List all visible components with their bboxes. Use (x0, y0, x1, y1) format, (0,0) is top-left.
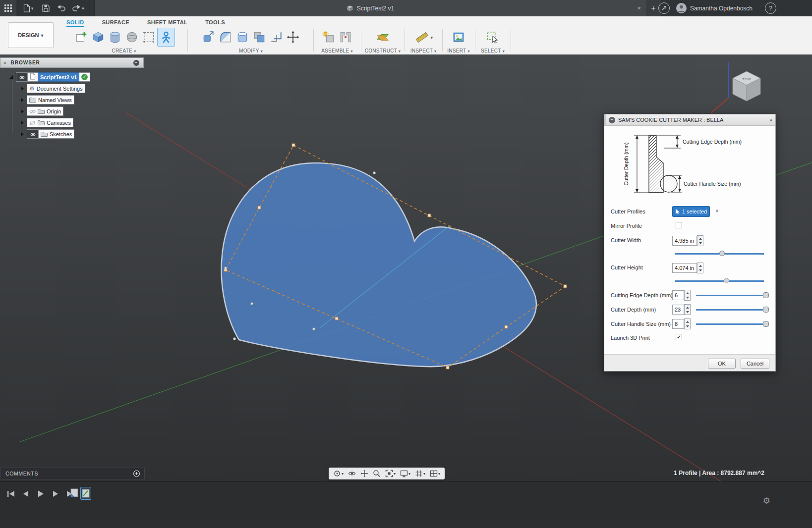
cutter-width-input[interactable]: 4.985 in (672, 236, 697, 246)
tab-close-button[interactable]: × (637, 0, 641, 16)
viewports-button[interactable]: ▾ (428, 468, 442, 479)
tab-solid[interactable]: SOLID (66, 19, 84, 27)
cutting-edge-depth-slider[interactable] (696, 292, 768, 298)
cutter-width-stepper[interactable] (697, 235, 703, 246)
select-menu[interactable]: SELECT ▾ (476, 48, 510, 53)
drag-grip[interactable] (604, 114, 606, 125)
display-settings-button[interactable]: ▾ (399, 468, 412, 479)
cutter-depth-stepper[interactable] (684, 304, 691, 315)
browser-row-sketches[interactable]: Sketches (21, 129, 74, 139)
file-menu-button[interactable]: ▾ (20, 0, 36, 16)
play-button[interactable] (36, 489, 46, 499)
zoom-button[interactable] (371, 468, 382, 479)
browser-row-origin[interactable]: Origin (21, 106, 63, 116)
browser-row-named-views[interactable]: Named Views (21, 95, 74, 105)
move-copy-button[interactable] (285, 28, 301, 46)
cylinder-button[interactable] (107, 28, 123, 46)
cutter-profiles-selection-button[interactable]: 1 selected (672, 206, 710, 217)
joint-button[interactable] (337, 28, 354, 46)
view-cube[interactable]: TOP (711, 62, 760, 113)
modify-menu[interactable]: MODIFY ▾ (189, 48, 312, 53)
collapse-panel-icon[interactable]: « (3, 60, 7, 65)
timeline-feature-sketch[interactable] (69, 487, 79, 499)
construct-menu[interactable]: CONSTRUCT ▾ (362, 48, 404, 53)
expander-icon[interactable] (21, 109, 24, 113)
combine-button[interactable] (251, 28, 268, 46)
expander-icon[interactable] (21, 87, 24, 91)
fit-button[interactable]: ▾ (384, 468, 397, 479)
cancel-button[interactable]: Cancel (741, 359, 769, 369)
launch-3d-print-checkbox[interactable]: ✓ (676, 334, 682, 340)
design-dropdown[interactable]: DESIGN ▾ (8, 22, 54, 48)
comments-bar[interactable]: COMMENTS (0, 468, 145, 479)
grid-settings-button[interactable]: ▾ (413, 468, 427, 479)
form-button[interactable] (140, 28, 157, 46)
browser-hide-button[interactable]: − (133, 60, 139, 66)
expander-icon[interactable] (21, 132, 24, 136)
cutter-height-slider[interactable] (675, 278, 764, 284)
cutter-handle-size-stepper[interactable] (684, 318, 691, 329)
offset-plane-button[interactable] (374, 28, 391, 46)
tab-sheet-metal[interactable]: SHEET METAL (147, 19, 187, 27)
assemble-menu[interactable]: ASSEMBLE ▾ (314, 48, 360, 53)
cutter-handle-size-input[interactable]: 8 (672, 319, 684, 329)
dialog-titlebar[interactable]: − SAM'S COOKIE CUTTER MAKER : BELLA » (604, 114, 775, 126)
cutter-handle-size-slider[interactable] (696, 321, 768, 327)
save-button[interactable] (39, 0, 52, 16)
clear-selection-button[interactable]: × (715, 208, 719, 214)
cutter-height-input[interactable]: 4.074 in (672, 263, 697, 273)
cutter-depth-slider[interactable] (696, 307, 768, 313)
offset-face-button[interactable] (268, 28, 285, 46)
create-sketch-button[interactable] (73, 28, 90, 46)
browser-row-canvases[interactable]: Canvases (21, 118, 73, 127)
ok-button[interactable]: OK (708, 359, 736, 369)
app-grid-button[interactable] (0, 0, 16, 16)
sphere-button[interactable] (123, 28, 140, 46)
cutter-height-stepper[interactable] (697, 263, 703, 273)
eye-icon[interactable] (19, 73, 25, 82)
expander-icon[interactable] (21, 121, 24, 125)
insert-menu[interactable]: INSERT ▾ (443, 48, 474, 53)
cutting-edge-depth-input[interactable]: 6 (672, 290, 684, 300)
browser-row-document-settings[interactable]: ⚙ Document Settings (21, 84, 85, 93)
box-button[interactable] (90, 28, 107, 46)
browser-header[interactable]: « BROWSER − (0, 57, 144, 68)
dialog-collapse-icon[interactable]: − (609, 117, 615, 123)
avatar[interactable] (674, 0, 688, 16)
create-menu[interactable]: CREATE ▾ (61, 48, 186, 53)
expander-icon[interactable] (21, 98, 24, 102)
comment-bubble-icon[interactable] (133, 470, 140, 477)
measure-button[interactable] (413, 28, 430, 46)
timeline-settings-gear[interactable]: ⚙ (763, 496, 770, 506)
mirror-profile-checkbox[interactable] (676, 222, 682, 228)
timeline-feature-sketch-selected[interactable] (80, 487, 91, 500)
tab-surface[interactable]: SURFACE (102, 19, 129, 27)
heart-sketch-profile[interactable] (222, 163, 536, 367)
go-to-start-button[interactable] (6, 489, 16, 499)
undo-button[interactable] (55, 0, 67, 16)
cookie-cutter-addin-button[interactable] (157, 28, 175, 47)
eye-off-icon[interactable] (29, 118, 36, 127)
step-forward-button[interactable] (51, 489, 60, 499)
new-component-button[interactable] (320, 28, 337, 46)
press-pull-button[interactable] (200, 28, 217, 46)
expander-icon[interactable] (9, 75, 13, 79)
dialog-expand-icon[interactable]: » (769, 117, 771, 123)
tab-tools[interactable]: TOOLS (205, 19, 225, 27)
redo-button[interactable]: ▾ (70, 0, 87, 16)
insert-canvas-button[interactable] (450, 28, 467, 46)
browser-row-root[interactable]: ScriptTest2 v1 ✓ (9, 72, 90, 82)
pan-button[interactable] (359, 468, 370, 479)
eye-off-icon[interactable] (29, 107, 36, 116)
inspect-menu[interactable]: INSPECT ▾ (406, 48, 441, 53)
select-button[interactable] (484, 28, 501, 46)
cutter-depth-input[interactable]: 23 (672, 305, 684, 315)
eye-icon[interactable] (30, 130, 36, 139)
help-button[interactable]: ? (765, 0, 776, 16)
job-status-button[interactable] (656, 0, 671, 16)
document-tab[interactable]: ScriptTest2 v1 × (94, 0, 646, 16)
cutting-edge-depth-stepper[interactable] (684, 290, 691, 301)
orbit-button[interactable]: ▾ (332, 468, 345, 479)
cutter-width-slider[interactable] (675, 251, 764, 257)
look-at-button[interactable] (347, 468, 357, 479)
